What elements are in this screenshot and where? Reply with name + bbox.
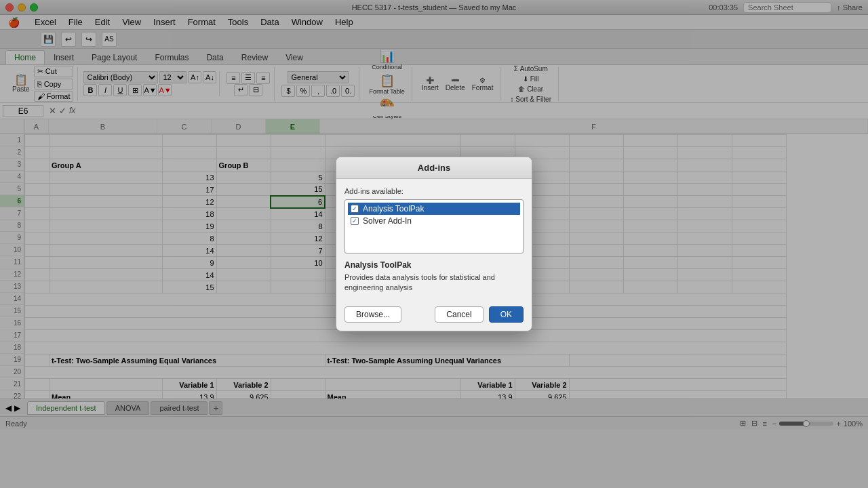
addin-item-analysis-toolpak[interactable]: ✓ Analysis ToolPak	[348, 203, 520, 215]
modal-footer: Browse... Cancel OK	[336, 301, 532, 331]
addin-description: Analysis ToolPak Provides data analysis …	[344, 260, 524, 293]
addins-modal: Add-ins Add-ins available: ✓ Analysis To…	[336, 157, 532, 332]
modal-overlay: Add-ins Add-ins available: ✓ Analysis To…	[0, 0, 868, 488]
ok-button[interactable]: OK	[489, 306, 524, 323]
modal-body: Add-ins available: ✓ Analysis ToolPak ✓ …	[336, 179, 532, 302]
addin-item-solver[interactable]: ✓ Solver Add-In	[348, 215, 520, 227]
modal-title: Add-ins	[336, 157, 532, 179]
addins-list[interactable]: ✓ Analysis ToolPak ✓ Solver Add-In	[344, 199, 524, 253]
browse-button[interactable]: Browse...	[344, 306, 401, 323]
modal-footer-left: Browse...	[344, 306, 429, 323]
addins-label: Add-ins available:	[344, 187, 524, 195]
addin-checkbox-analysis[interactable]: ✓	[351, 205, 359, 213]
addin-desc-title: Analysis ToolPak	[344, 260, 524, 270]
addin-label-solver: Solver Add-In	[363, 216, 412, 226]
addin-desc-text: Provides data analysis tools for statist…	[344, 272, 524, 293]
addin-label-analysis: Analysis ToolPak	[363, 204, 425, 214]
addin-checkbox-solver[interactable]: ✓	[351, 217, 359, 225]
cancel-button[interactable]: Cancel	[435, 306, 483, 323]
